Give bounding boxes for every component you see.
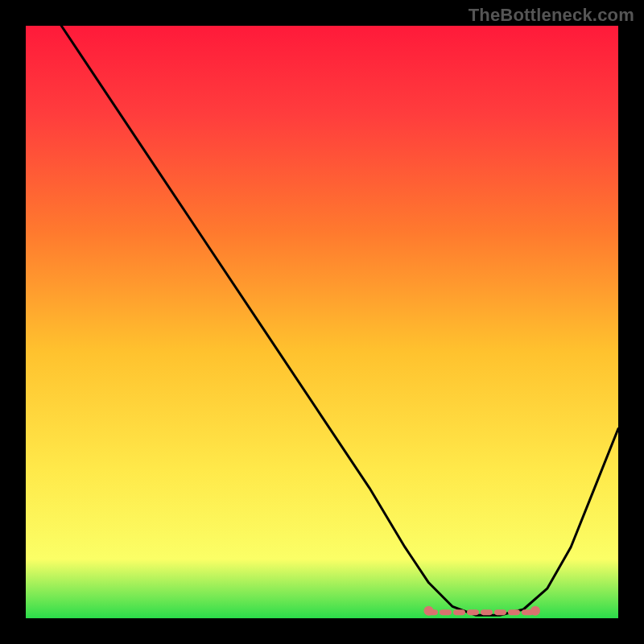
chart-plot-area (26, 26, 618, 618)
chart-container: TheBottleneck.com (0, 0, 644, 644)
chart-svg (26, 26, 618, 618)
optimal-range-cap (530, 606, 540, 616)
optimal-range-cap (423, 606, 433, 616)
chart-background (26, 26, 618, 618)
watermark-text: TheBottleneck.com (469, 5, 634, 26)
